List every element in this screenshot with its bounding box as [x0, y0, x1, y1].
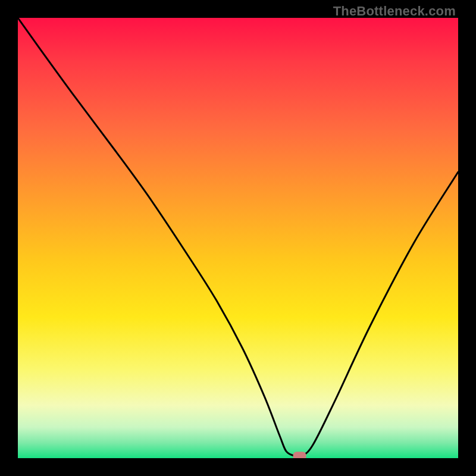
- plot-area: [18, 18, 458, 458]
- bottleneck-curve: [18, 18, 458, 457]
- watermark-text: TheBottleneck.com: [333, 4, 456, 19]
- curve-layer: [18, 18, 458, 458]
- optimal-point-marker: [293, 452, 306, 458]
- chart-frame: TheBottleneck.com: [0, 0, 476, 476]
